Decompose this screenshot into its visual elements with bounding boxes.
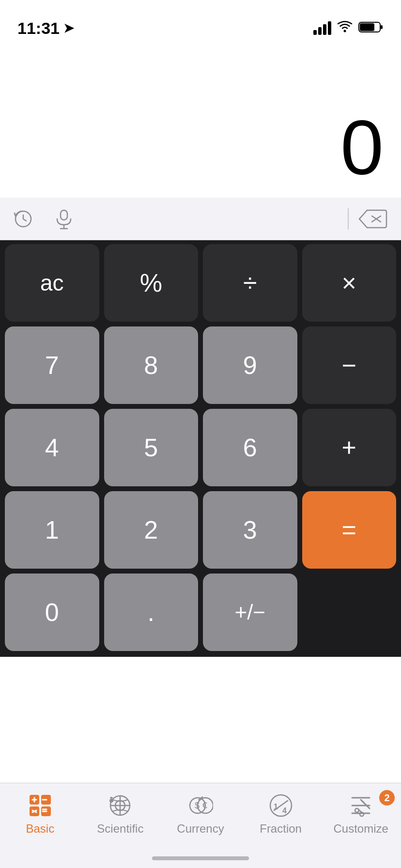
- svg-rect-2: [381, 25, 383, 29]
- tab-currency[interactable]: $ € Currency: [171, 793, 230, 836]
- tab-scientific[interactable]: Scientific: [91, 793, 149, 836]
- keypad: ac % ÷ × 7 8 9 − 4 5 6 + 1 2 3 = 0 . +/−: [0, 240, 401, 657]
- location-icon: ➤: [63, 21, 74, 36]
- add-button[interactable]: +: [302, 409, 397, 486]
- toolbar-right: [355, 205, 389, 232]
- tab-fraction-label: Fraction: [260, 822, 302, 836]
- svg-point-0: [344, 30, 346, 32]
- status-bar: 11:31 ➤: [0, 0, 401, 43]
- tab-bar: Basic Scientific $ €: [0, 783, 401, 868]
- status-icons: [313, 20, 384, 37]
- basic-icon: [28, 793, 53, 818]
- tab-basic[interactable]: Basic: [11, 793, 69, 836]
- multiply-button[interactable]: ×: [302, 244, 397, 322]
- customize-icon: [348, 793, 373, 818]
- svg-point-25: [109, 799, 113, 803]
- two-button[interactable]: 2: [104, 491, 199, 569]
- negate-button[interactable]: +/−: [203, 574, 297, 651]
- svg-rect-3: [360, 23, 374, 31]
- zero-button[interactable]: 0: [5, 574, 99, 651]
- display-area: 0: [0, 43, 401, 198]
- tab-currency-label: Currency: [177, 822, 224, 836]
- clear-button[interactable]: ac: [5, 244, 99, 322]
- svg-text:€: €: [202, 801, 207, 810]
- svg-rect-5: [61, 210, 67, 220]
- history-button[interactable]: [12, 207, 35, 231]
- fraction-icon: 1 4: [268, 793, 293, 818]
- eight-button[interactable]: 8: [104, 326, 199, 404]
- tab-customize[interactable]: 2 Customize: [332, 793, 390, 836]
- subtract-button[interactable]: −: [302, 326, 397, 404]
- seven-button[interactable]: 7: [5, 326, 99, 404]
- signal-icon: [313, 21, 331, 35]
- tab-customize-label: Customize: [333, 822, 388, 836]
- divide-button[interactable]: ÷: [203, 244, 297, 322]
- svg-text:4: 4: [282, 806, 287, 815]
- backspace-button[interactable]: [355, 205, 389, 232]
- decimal-button[interactable]: .: [104, 574, 199, 651]
- four-button[interactable]: 4: [5, 409, 99, 486]
- toolbar-left: [12, 207, 342, 231]
- one-button[interactable]: 1: [5, 491, 99, 569]
- home-indicator: [152, 856, 249, 860]
- battery-icon: [358, 20, 384, 36]
- tab-fraction[interactable]: 1 4 Fraction: [252, 793, 310, 836]
- equals-button[interactable]: =: [302, 491, 397, 569]
- toolbar-divider: [348, 208, 349, 230]
- six-button[interactable]: 6: [203, 409, 297, 486]
- svg-text:1: 1: [274, 803, 278, 811]
- nine-button[interactable]: 9: [203, 326, 297, 404]
- tab-basic-label: Basic: [26, 822, 54, 836]
- scientific-icon: [108, 793, 133, 818]
- time-display: 11:31: [17, 19, 60, 38]
- percent-button[interactable]: %: [104, 244, 199, 322]
- display-value: 0: [340, 108, 384, 186]
- status-time: 11:31 ➤: [17, 19, 74, 38]
- wifi-icon: [337, 20, 353, 37]
- currency-icon: $ €: [188, 793, 213, 818]
- tab-scientific-label: Scientific: [97, 822, 143, 836]
- microphone-button[interactable]: [52, 207, 76, 231]
- three-button[interactable]: 3: [203, 491, 297, 569]
- toolbar: [0, 198, 401, 240]
- customize-badge: 2: [379, 790, 395, 806]
- five-button[interactable]: 5: [104, 409, 199, 486]
